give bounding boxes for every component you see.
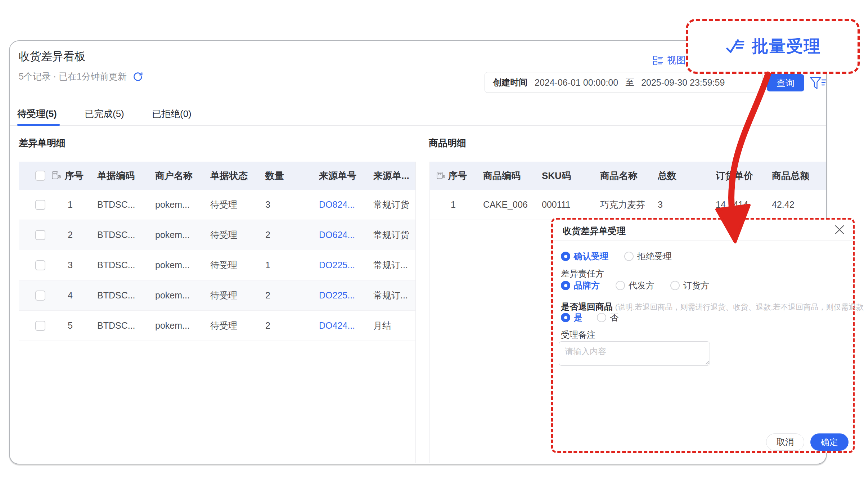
- tab-rejected[interactable]: 已拒绝(0): [152, 108, 192, 120]
- radio-reject-accept[interactable]: 拒绝受理: [624, 251, 672, 262]
- table-row: 1 BTDSC... pokem... 待受理 3 DO824... 常规订货: [19, 190, 415, 220]
- screen: 收货差异看板 5个记录 · 已在1分钟前更新: [0, 0, 864, 504]
- table-row: 5 BTDSC... pokem... 待受理 2 DO424... 月结: [19, 311, 415, 341]
- accept-dialog: 收货差异单受理 确认受理 拒绝受理 差异责任方 品牌方: [551, 218, 855, 453]
- col-header: 序号: [65, 170, 84, 182]
- table-row: 2 BTDSC... pokem... 待受理 2 DO624... 常规订货: [19, 220, 415, 250]
- cancel-button[interactable]: 取消: [766, 433, 804, 451]
- source-order-link[interactable]: DO824...: [319, 199, 373, 210]
- radio-off-icon: [616, 281, 625, 290]
- return-goods-label-row: 是否退回商品 (说明:若退回商品，则需进行退货、收货、退款:若不退回商品，则仅需…: [561, 301, 864, 312]
- col-header: 商品名称: [600, 170, 658, 182]
- col-header: 来源单...: [373, 170, 415, 182]
- date-range-separator: 至: [625, 77, 634, 88]
- record-summary-text: 5个记录 · 已在1分钟前更新: [19, 71, 127, 82]
- column-settings-icon[interactable]: [51, 170, 62, 181]
- remark-label: 受理备注: [561, 329, 595, 341]
- radio-on-icon: [561, 281, 570, 290]
- col-header: 序号: [448, 170, 467, 182]
- batch-accept-callout[interactable]: 批量受理: [686, 19, 860, 74]
- radio-confirm-accept[interactable]: 确认受理: [561, 251, 608, 262]
- radio-dropship-party[interactable]: 代发方: [616, 280, 654, 291]
- radio-off-icon: [624, 252, 634, 261]
- source-order-link[interactable]: DO225...: [319, 260, 373, 270]
- product-table-header: 序号 商品编码 SKU码 商品名称 总数 订货单价 商品总额: [430, 162, 826, 190]
- radio-order-party[interactable]: 订货方: [670, 280, 709, 291]
- row-checkbox[interactable]: [35, 200, 45, 210]
- dialog-title: 收货差异单受理: [563, 225, 626, 237]
- row-checkbox[interactable]: [35, 230, 45, 240]
- row-checkbox[interactable]: [35, 321, 45, 331]
- radio-return-no[interactable]: 否: [597, 312, 618, 323]
- batch-accept-icon: [725, 36, 746, 57]
- row-checkbox[interactable]: [35, 260, 45, 270]
- responsibility-option-group: 品牌方 代发方 订货方: [561, 280, 709, 291]
- product-detail-table: 序号 商品编码 SKU码 商品名称 总数 订货单价 商品总额 1 CAKE_00…: [430, 162, 826, 220]
- tabbar-divider: [10, 125, 826, 126]
- date-end-value[interactable]: 2025-09-30 23:59:59: [641, 77, 725, 88]
- close-icon[interactable]: [834, 224, 845, 235]
- radio-off-icon: [670, 281, 680, 290]
- view-icon: [653, 55, 663, 66]
- date-range-label: 创建时间: [493, 77, 527, 88]
- table-row: 1 CAKE_006 000111 巧克力麦芬 3 14.1414 42.42: [430, 190, 826, 220]
- radio-on-icon: [561, 252, 570, 261]
- active-tab-indicator: [17, 124, 60, 126]
- view-label: 视图: [667, 54, 686, 67]
- responsibility-label: 差异责任方: [561, 268, 604, 279]
- return-goods-label: 是否退回商品: [561, 302, 613, 311]
- return-goods-note: (说明:若退回商品，则需进行退货、收货、退款:若不退回商品，则仅需退款): [615, 303, 864, 311]
- page-title: 收货差异看板: [19, 49, 86, 64]
- table-row: 3 BTDSC... pokem... 待受理 1 DO225... 常规订..…: [19, 250, 415, 280]
- col-header: 商品编码: [483, 170, 542, 182]
- radio-on-icon: [561, 313, 570, 322]
- column-settings-icon[interactable]: [436, 171, 446, 181]
- dialog-footer-divider: [553, 427, 853, 427]
- date-range-picker[interactable]: 创建时间 2024-06-01 00:00:00 至 2025-09-30 23…: [485, 72, 762, 93]
- select-all-checkbox[interactable]: [35, 171, 45, 181]
- source-order-link[interactable]: DO424...: [319, 320, 373, 331]
- tab-completed[interactable]: 已完成(5): [85, 108, 124, 120]
- diff-table-header: 序号 单据编码 商户名称 单据状态 数量 来源单号 来源单...: [19, 162, 415, 190]
- col-header: 数量: [265, 170, 319, 182]
- source-order-link[interactable]: DO225...: [319, 290, 373, 301]
- radio-brand-party[interactable]: 品牌方: [561, 280, 600, 291]
- radio-return-yes[interactable]: 是: [561, 312, 582, 323]
- return-option-group: 是 否: [561, 312, 618, 323]
- col-header: 来源单号: [319, 170, 373, 182]
- search-button[interactable]: 查询: [767, 74, 804, 91]
- col-header: 总数: [658, 170, 716, 182]
- filter-funnel-icon[interactable]: [809, 76, 827, 91]
- diff-order-table: 序号 单据编码 商户名称 单据状态 数量 来源单号 来源单... 1 BTDSC…: [19, 162, 415, 341]
- record-summary: 5个记录 · 已在1分钟前更新: [19, 71, 143, 82]
- col-header: 订货单价: [716, 170, 772, 182]
- dialog-divider: [553, 240, 853, 240]
- col-header: SKU码: [542, 170, 600, 182]
- col-header: 商户名称: [155, 170, 210, 182]
- tab-pending[interactable]: 待受理(5): [17, 108, 57, 120]
- batch-accept-label: 批量受理: [752, 35, 821, 58]
- col-header: 商品总额: [772, 170, 826, 182]
- view-switch[interactable]: 视图: [653, 54, 686, 67]
- refresh-icon[interactable]: [132, 71, 143, 82]
- confirm-button[interactable]: 确定: [810, 433, 849, 451]
- row-checkbox[interactable]: [35, 291, 45, 301]
- accept-option-group: 确认受理 拒绝受理: [561, 251, 672, 262]
- date-start-value[interactable]: 2024-06-01 00:00:00: [535, 77, 618, 88]
- panel-divider-left: [415, 162, 416, 463]
- source-order-link[interactable]: DO624...: [319, 230, 373, 240]
- table-row: 4 BTDSC... pokem... 待受理 2 DO225... 常规订..…: [19, 280, 415, 311]
- col-header: 单据编码: [97, 170, 155, 182]
- product-table-title: 商品明细: [429, 137, 466, 149]
- col-header: 单据状态: [210, 170, 265, 182]
- diff-table-title: 差异单明细: [19, 137, 66, 149]
- radio-off-icon: [597, 313, 606, 322]
- remark-textarea[interactable]: [559, 341, 710, 366]
